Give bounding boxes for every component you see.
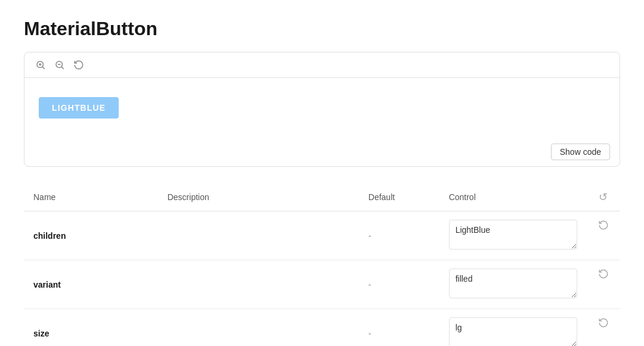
prop-default: - bbox=[359, 211, 439, 260]
prop-description bbox=[158, 309, 359, 347]
page-title: MaterialButton bbox=[24, 18, 620, 40]
props-table: Name Description Default Control ↺ child… bbox=[24, 185, 620, 346]
prop-control-input[interactable]: filled bbox=[449, 269, 577, 298]
preview-container: LIGHTBLUE Show code bbox=[24, 52, 620, 167]
zoom-out-icon[interactable] bbox=[53, 58, 66, 71]
prop-control[interactable]: LightBlue bbox=[439, 211, 587, 260]
zoom-in-icon[interactable] bbox=[34, 58, 47, 71]
col-header-control: Control bbox=[439, 185, 587, 211]
prop-name: size bbox=[33, 329, 49, 338]
col-header-description: Description bbox=[158, 185, 359, 211]
table-row: size - lg bbox=[24, 309, 620, 347]
prop-control-input[interactable]: lg bbox=[449, 317, 577, 346]
show-code-button[interactable]: Show code bbox=[551, 144, 610, 160]
prop-control-input[interactable]: LightBlue bbox=[449, 220, 577, 250]
svg-line-3 bbox=[42, 67, 44, 68]
prop-description bbox=[158, 260, 359, 309]
preview-footer: Show code bbox=[24, 138, 620, 166]
reset-row-icon[interactable] bbox=[587, 260, 620, 288]
col-header-default: Default bbox=[359, 185, 439, 211]
prop-name: variant bbox=[33, 280, 61, 289]
prop-control[interactable]: filled bbox=[439, 260, 587, 309]
reset-row-icon[interactable] bbox=[587, 309, 620, 336]
reset-row-icon[interactable] bbox=[587, 211, 620, 239]
prop-control[interactable]: lg bbox=[439, 309, 587, 347]
col-header-name: Name bbox=[24, 185, 158, 211]
svg-line-6 bbox=[61, 67, 63, 68]
table-header-row: Name Description Default Control ↺ bbox=[24, 185, 620, 211]
prop-default: - bbox=[359, 260, 439, 309]
prop-description bbox=[158, 211, 359, 260]
col-header-reset[interactable]: ↺ bbox=[587, 185, 620, 211]
prop-default: - bbox=[359, 309, 439, 347]
preview-toolbar bbox=[24, 52, 620, 78]
table-row: children - LightBlue bbox=[24, 211, 620, 260]
preview-button[interactable]: LIGHTBLUE bbox=[39, 97, 119, 119]
table-row: variant - filled bbox=[24, 260, 620, 309]
prop-name: children bbox=[33, 231, 66, 241]
reset-all-icon[interactable]: ↺ bbox=[599, 191, 608, 203]
reset-zoom-icon[interactable] bbox=[72, 58, 85, 71]
preview-area: LIGHTBLUE bbox=[24, 78, 620, 138]
